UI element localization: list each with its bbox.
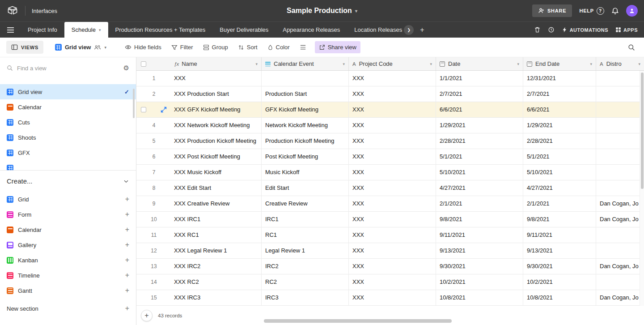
cell-date[interactable]: 4/27/2021 xyxy=(436,180,523,196)
cell-name[interactable]: XXX Legal Review 1 xyxy=(170,243,262,258)
column-header[interactable]: Project Code ▾ xyxy=(349,57,436,70)
sidebar-view-item[interactable]: Grid view ✓ xyxy=(0,84,136,99)
cell-name[interactable]: XXX xyxy=(170,71,262,86)
cell-distro[interactable] xyxy=(596,149,644,164)
cell-calendar-event[interactable]: IRC2 xyxy=(262,259,349,274)
create-view-item[interactable]: Form + xyxy=(0,207,136,222)
cell-calendar-event[interactable]: GFX Kickoff Meeting xyxy=(262,102,349,117)
cell-project-code[interactable]: XXX xyxy=(349,259,436,274)
cell-date[interactable]: 9/30/2021 xyxy=(436,259,523,274)
cell-end-date[interactable]: 9/13/2021 xyxy=(523,243,596,258)
horizontal-scrollbar[interactable] xyxy=(264,319,452,323)
sidebar-view-item[interactable] xyxy=(0,160,136,171)
current-view-switcher[interactable]: Grid view ▾ xyxy=(55,44,106,51)
airtable-logo-icon[interactable] xyxy=(6,4,19,17)
cell-name[interactable]: XXX Music Kickoff xyxy=(170,165,262,180)
cell-calendar-event[interactable]: Network Kickoff Meeting xyxy=(262,118,349,133)
cell-project-code[interactable]: XXX xyxy=(349,180,436,196)
chevron-down-icon[interactable]: ▾ xyxy=(430,62,432,66)
cell-distro[interactable] xyxy=(596,180,644,196)
plus-icon[interactable]: + xyxy=(125,257,129,264)
plus-icon[interactable]: + xyxy=(125,241,129,248)
plus-icon[interactable]: + xyxy=(125,196,129,203)
cell-name[interactable]: XXX Production Kickoff Meeting xyxy=(170,133,262,149)
create-section-header[interactable]: Create... xyxy=(0,171,136,192)
cell-project-code[interactable]: XXX xyxy=(349,165,436,180)
plus-icon[interactable]: + xyxy=(125,272,129,279)
interfaces-label[interactable]: Interfaces xyxy=(32,8,57,14)
cell-project-code[interactable]: XXX xyxy=(349,274,436,290)
cell-name[interactable]: XXX IRC1 xyxy=(170,212,262,227)
base-title[interactable]: Sample Production ▾ xyxy=(287,7,357,15)
cell-end-date[interactable]: 9/11/2021 xyxy=(523,227,596,243)
plus-icon[interactable]: + xyxy=(125,211,129,218)
automations-button[interactable]: AUTOMATIONS xyxy=(562,27,608,33)
hide-fields-button[interactable]: Hide fields xyxy=(121,41,165,53)
create-view-item[interactable]: Grid + xyxy=(0,192,136,207)
cell-end-date[interactable]: 5/1/2021 xyxy=(523,149,596,164)
cell-project-code[interactable]: XXX xyxy=(349,102,436,117)
row-checkbox[interactable] xyxy=(141,107,146,112)
table-row[interactable]: 9 XXX Creative Review Creative Review XX… xyxy=(136,196,644,212)
share-view-button[interactable]: Share view xyxy=(315,41,360,53)
cell-distro[interactable] xyxy=(596,274,644,290)
scroll-tabs-right-button[interactable]: ❯ xyxy=(404,25,414,35)
cell-end-date[interactable]: 1/29/2021 xyxy=(523,118,596,133)
cell-distro[interactable]: Dan Cogan, Jo xyxy=(596,290,644,305)
cell-end-date[interactable]: 2/7/2021 xyxy=(523,86,596,102)
cell-calendar-event[interactable]: Post Kickoff Meeting xyxy=(262,149,349,164)
cell-name[interactable]: XXX IRC2 xyxy=(170,259,262,274)
cell-calendar-event[interactable]: IRC1 xyxy=(262,212,349,227)
cell-date[interactable]: 2/28/2021 xyxy=(436,133,523,149)
cell-project-code[interactable]: XXX xyxy=(349,71,436,86)
add-table-button[interactable]: + xyxy=(414,22,430,38)
table-tab[interactable]: Appearance Releases xyxy=(275,22,347,38)
select-all-checkbox[interactable] xyxy=(141,61,146,67)
expand-record-icon[interactable] xyxy=(161,107,167,113)
cell-date[interactable]: 5/10/2021 xyxy=(436,165,523,180)
cell-end-date[interactable]: 12/31/2021 xyxy=(523,71,596,86)
column-header[interactable]: Name ▾ xyxy=(170,57,262,70)
bell-icon[interactable] xyxy=(611,7,619,15)
cell-project-code[interactable]: XXX xyxy=(349,118,436,133)
table-row[interactable]: 6 XXX Post Kickoff Meeting Post Kickoff … xyxy=(136,149,644,165)
create-view-item[interactable]: Gantt + xyxy=(0,283,136,298)
trash-icon[interactable] xyxy=(534,26,541,33)
table-vertical-scrollbar[interactable] xyxy=(640,71,644,306)
table-row[interactable]: 13 XXX IRC2 IRC2 XXX 9/30/2021 9/30/2021… xyxy=(136,259,644,274)
cell-name[interactable]: XXX Production Start xyxy=(170,86,262,102)
cell-project-code[interactable]: XXX xyxy=(349,290,436,305)
cell-distro[interactable]: Dan Cogan, Jo xyxy=(596,212,644,227)
cell-distro[interactable] xyxy=(596,86,644,102)
column-header[interactable]: Distro ▾ xyxy=(596,57,644,70)
create-view-item[interactable]: Calendar + xyxy=(0,222,136,237)
cell-date[interactable]: 10/2/2021 xyxy=(436,274,523,290)
add-record-button[interactable]: + xyxy=(141,310,153,321)
cell-project-code[interactable]: XXX xyxy=(349,212,436,227)
table-tab[interactable]: Schedule ▾ xyxy=(64,22,108,38)
cell-date[interactable]: 9/13/2021 xyxy=(436,243,523,258)
cell-distro[interactable] xyxy=(596,243,644,258)
new-section-button[interactable]: New section + xyxy=(0,301,136,316)
views-sidebar-toggle-button[interactable]: VIEWS xyxy=(6,41,43,54)
cell-date[interactable]: 9/8/2021 xyxy=(436,212,523,227)
cell-calendar-event[interactable]: IRC3 xyxy=(262,290,349,305)
sidebar-scrollbar[interactable] xyxy=(133,89,135,118)
cell-distro[interactable] xyxy=(596,227,644,243)
cell-name[interactable]: XXX RC2 xyxy=(170,274,262,290)
cell-calendar-event[interactable]: Music Kickoff xyxy=(262,165,349,180)
table-tab[interactable]: Production Resources + Templates xyxy=(108,22,213,38)
sort-button[interactable]: Sort xyxy=(234,41,262,53)
cell-end-date[interactable]: 9/8/2021 xyxy=(523,212,596,227)
cell-end-date[interactable]: 2/28/2021 xyxy=(523,133,596,149)
plus-icon[interactable]: + xyxy=(125,226,129,233)
share-button[interactable]: SHARE xyxy=(532,4,572,17)
table-row[interactable]: 8 XXX Edit Start Edit Start XXX 4/27/202… xyxy=(136,180,644,196)
cell-project-code[interactable]: XXX xyxy=(349,149,436,164)
create-view-item[interactable]: Gallery + xyxy=(0,237,136,252)
table-row[interactable]: 2 XXX Production Start Production Start … xyxy=(136,86,644,102)
sidebar-view-item[interactable]: GFX xyxy=(0,145,136,160)
help-button[interactable]: HELP ? xyxy=(579,7,604,15)
table-tab[interactable]: Buyer Deliverables xyxy=(212,22,275,38)
table-row[interactable]: 12 XXX Legal Review 1 Legal Review 1 XXX… xyxy=(136,243,644,259)
